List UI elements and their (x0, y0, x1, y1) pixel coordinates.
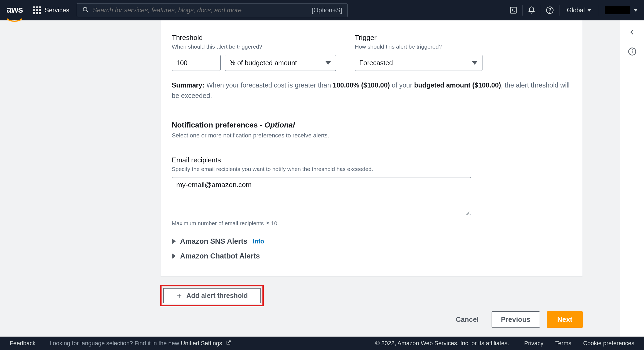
trigger-select[interactable]: Forecasted (355, 55, 482, 71)
unified-settings-link[interactable]: Unified Settings (181, 340, 222, 347)
svg-point-5 (550, 12, 550, 13)
notification-prefs-sub: Select one or more notification preferen… (172, 132, 571, 139)
search-icon (82, 6, 89, 14)
sns-info-link[interactable]: Info (253, 238, 264, 245)
search-box[interactable]: [Option+S] (77, 3, 348, 17)
region-selector[interactable]: Global (559, 5, 599, 16)
search-input[interactable] (93, 6, 308, 14)
threshold-value-input[interactable] (172, 55, 221, 71)
add-threshold-highlight: Add alert threshold (160, 285, 264, 306)
trigger-value: Forecasted (359, 59, 393, 67)
cookie-prefs-link[interactable]: Cookie preferences (583, 340, 634, 347)
aws-logo[interactable]: aws (6, 4, 23, 16)
feedback-link[interactable]: Feedback (10, 340, 36, 347)
services-grid-icon (33, 6, 41, 14)
sns-alerts-expander[interactable]: Amazon SNS Alerts Info (172, 237, 571, 246)
info-panel-button[interactable] (627, 46, 638, 57)
account-menu[interactable] (599, 6, 638, 14)
email-sublabel: Specify the email recipients you want to… (172, 166, 571, 172)
console-footer: Feedback Looking for language selection?… (0, 337, 644, 350)
account-id-redacted (605, 6, 630, 14)
wizard-buttons: Cancel Previous Next (160, 311, 583, 328)
region-label: Global (567, 7, 585, 14)
divider (172, 145, 571, 145)
chevron-down-icon (587, 9, 591, 12)
alert-threshold-card: Threshold When should this alert be trig… (160, 20, 583, 276)
chatbot-alerts-expander[interactable]: Amazon Chatbot Alerts (172, 252, 571, 260)
expand-icon (172, 253, 176, 259)
trigger-label: Trigger (355, 34, 482, 42)
add-alert-threshold-button[interactable]: Add alert threshold (163, 288, 261, 303)
help-icon[interactable] (541, 5, 559, 16)
terms-link[interactable]: Terms (555, 340, 571, 347)
search-hotkey: [Option+S] (312, 6, 342, 14)
svg-line-1 (87, 11, 88, 12)
previous-button[interactable]: Previous (492, 311, 540, 328)
expand-icon (172, 238, 176, 244)
email-note: Maximum number of email recipients is 10… (172, 220, 571, 227)
privacy-link[interactable]: Privacy (524, 340, 543, 347)
chevron-down-icon (472, 61, 477, 65)
trigger-sublabel: How should this alert be triggered? (355, 43, 482, 50)
services-label: Services (45, 6, 69, 14)
threshold-sublabel: When should this alert be triggered? (172, 43, 343, 50)
chevron-down-icon (325, 61, 331, 65)
svg-point-8 (632, 50, 632, 50)
email-recipients-textarea[interactable] (172, 177, 471, 215)
aws-logo-text: aws (6, 4, 23, 14)
notification-prefs-title: Notification preferences - Optional (172, 121, 571, 129)
summary-percent: 100.00% ($100.00) (333, 81, 390, 89)
copyright: © 2022, Amazon Web Services, Inc. or its… (375, 340, 509, 347)
summary-budget: budgeted amount ($100.00) (414, 81, 501, 89)
plus-icon (176, 293, 182, 299)
language-hint: Looking for language selection? Find it … (50, 340, 231, 347)
svg-point-0 (83, 7, 87, 11)
help-panel-rail (620, 20, 644, 337)
services-menu-button[interactable]: Services (33, 6, 69, 14)
collapse-panel-button[interactable] (627, 27, 638, 38)
resize-handle-icon[interactable] (466, 211, 470, 215)
top-nav: aws Services [Option+S] Global (0, 0, 644, 20)
nav-right: Global (504, 5, 638, 16)
sns-alerts-label: Amazon SNS Alerts (180, 237, 247, 246)
divider (172, 26, 571, 26)
aws-swoosh-icon (6, 14, 23, 16)
chevron-down-icon (634, 9, 638, 12)
external-link-icon (226, 340, 231, 347)
next-button[interactable]: Next (547, 311, 583, 328)
summary-prefix: Summary: (172, 81, 204, 89)
threshold-unit-select[interactable]: % of budgeted amount (225, 55, 336, 71)
cancel-button[interactable]: Cancel (450, 312, 485, 327)
add-threshold-label: Add alert threshold (186, 292, 248, 300)
cloudshell-icon[interactable] (504, 5, 523, 16)
threshold-unit-value: % of budgeted amount (229, 59, 297, 67)
threshold-label: Threshold (172, 34, 343, 42)
email-label: Email recipients (172, 156, 571, 164)
alert-summary: Summary: When your forecasted cost is gr… (172, 80, 571, 101)
notifications-icon[interactable] (523, 5, 541, 16)
chatbot-alerts-label: Amazon Chatbot Alerts (180, 252, 260, 260)
